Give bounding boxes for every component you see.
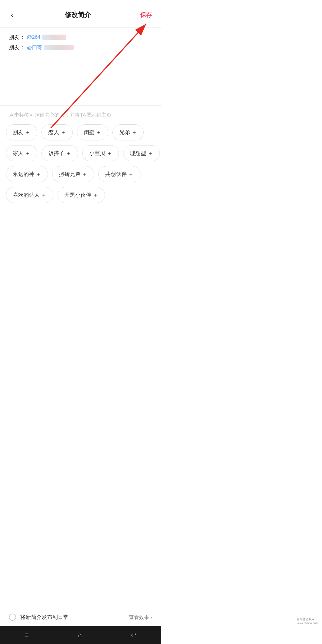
save-button[interactable]: 保存 [140,11,152,19]
section-divider [0,105,161,106]
friend-blur-1 [42,35,66,40]
tags-row-1: 朋友 ＋ 恋人 ＋ 闺蜜 ＋ 兄弟 ＋ [6,124,155,140]
tag-fandazi[interactable]: 饭搭子 ＋ [41,145,78,161]
tag-xiongdi[interactable]: 兄弟 ＋ [112,124,144,140]
tags-row-2: 家人 ＋ 饭搭子 ＋ 小宝贝 ＋ 理想型 ＋ [6,145,155,161]
tags-row-4: 喜欢的达人 ＋ 开黑小伙伴 ＋ [6,187,155,203]
friend-label-1: 朋友： [9,34,25,41]
tag-lianren[interactable]: 恋人 ＋ [41,124,73,140]
tag-guimi[interactable]: 闺蜜 ＋ [77,124,108,140]
tag-lixiangxing[interactable]: 理想型 ＋ [123,145,160,161]
tag-jiaren[interactable]: 家人 ＋ [6,145,37,161]
friend-blur-2 [44,45,74,50]
tags-area: 朋友 ＋ 恋人 ＋ 闺蜜 ＋ 兄弟 ＋ 家人 ＋ 饭搭子 ＋ 小宝贝 ＋ 理想型… [0,124,161,214]
tag-banzhuan[interactable]: 搬砖兄弟 ＋ [52,166,94,182]
friend-at-1: @264 [27,34,41,40]
tags-row-3: 永远的神 ＋ 搬砖兄弟 ＋ 共创伙伴 ＋ [6,166,155,182]
tag-xiaobaobei[interactable]: 小宝贝 ＋ [82,145,119,161]
friend-line-1: 朋友： @264 [9,34,152,41]
back-button[interactable]: ‹ [9,8,15,21]
tag-pengyou[interactable]: 朋友 ＋ [6,124,37,140]
tag-yongyuandeshen[interactable]: 永远的神 ＋ [6,166,48,182]
hint-text: 点击标签可@你关心的人，并将TA展示到主页 [0,112,161,124]
tag-kaihei[interactable]: 开黑小伙伴 ＋ [58,187,105,203]
friend-label-2: 朋友： [9,44,25,51]
friend-at-2: @四哥 [27,44,42,51]
content-area: 朋友： @264 朋友： @四哥 [0,28,161,105]
tag-xihuan[interactable]: 喜欢的达人 ＋ [6,187,53,203]
page-title: 修改简介 [65,10,91,19]
tag-gongchuang[interactable]: 共创伙伴 ＋ [98,166,140,182]
header: ‹ 修改简介 保存 [0,0,161,28]
friend-line-2: 朋友： @四哥 [9,44,152,51]
